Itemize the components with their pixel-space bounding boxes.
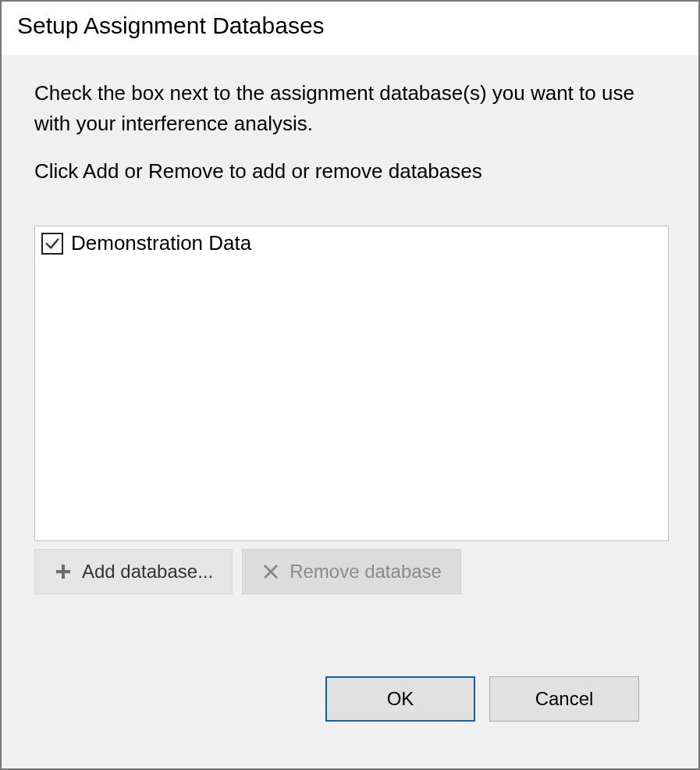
dialog-footer: OK Cancel (34, 676, 669, 753)
database-toolbar: Add database... Remove database (34, 549, 669, 594)
database-item-label: Demonstration Data (71, 231, 251, 255)
remove-database-label: Remove database (290, 561, 442, 583)
database-checkbox[interactable] (41, 233, 63, 255)
checkmark-icon (44, 235, 61, 252)
remove-database-button: Remove database (242, 549, 461, 594)
instruction-text-2: Click Add or Remove to add or remove dat… (34, 156, 669, 187)
dialog-window: Setup Assignment Databases Check the box… (0, 0, 700, 770)
instruction-text-1: Check the box next to the assignment dat… (34, 78, 669, 139)
plus-icon (54, 562, 73, 581)
database-listbox[interactable]: Demonstration Data (34, 226, 669, 541)
dialog-content: Check the box next to the assignment dat… (2, 55, 698, 768)
dialog-title: Setup Assignment Databases (2, 2, 698, 55)
ok-button[interactable]: OK (325, 676, 475, 722)
x-icon (261, 562, 280, 581)
cancel-button[interactable]: Cancel (489, 676, 639, 722)
instructions-block: Check the box next to the assignment dat… (34, 78, 669, 204)
add-database-label: Add database... (82, 561, 213, 583)
list-item[interactable]: Demonstration Data (40, 231, 663, 255)
add-database-button[interactable]: Add database... (34, 549, 233, 594)
